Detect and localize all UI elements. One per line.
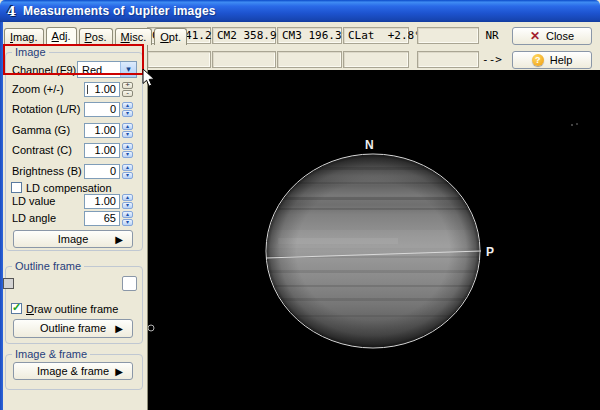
gamma-label: Gamma (G): [12, 124, 70, 136]
close-x-icon: ✕: [530, 30, 540, 42]
color-swatch[interactable]: [3, 278, 14, 289]
rotation-label: Rotation (L/R): [12, 103, 80, 115]
checkmark-icon: ✓: [12, 301, 21, 314]
contrast-stepper: ▴ ▾: [122, 143, 133, 158]
image-frame-button[interactable]: Image & frame ▶: [13, 362, 133, 380]
adjustments-panel: Image Channel (F9) Red ▾ Zoom (+/-) 1.00…: [3, 44, 148, 410]
spin-minus-icon[interactable]: -: [122, 90, 133, 97]
rotation-input[interactable]: 0: [84, 102, 120, 117]
spin-up-icon[interactable]: ▴: [122, 123, 133, 130]
draw-outline-frame-label: Draw outline frame: [26, 303, 118, 315]
ld-angle-label: LD angle: [12, 212, 56, 224]
spin-down-icon[interactable]: ▾: [122, 172, 133, 179]
extra-readout-2: [417, 51, 479, 68]
help-button-label: Help: [550, 54, 573, 66]
preceding-label: P: [486, 245, 494, 259]
zoom-label: Zoom (+/-): [12, 83, 64, 95]
spin-up-icon[interactable]: ▴: [122, 194, 133, 201]
app-icon: 4: [4, 4, 19, 19]
extra-readout: [417, 27, 479, 44]
zoom-stepper: + -: [122, 82, 133, 97]
tab-pos[interactable]: Pos.: [79, 28, 113, 45]
gamma-stepper: ▴ ▾: [122, 123, 133, 138]
brightness-stepper: ▴ ▾: [122, 164, 133, 179]
play-arrow-icon: ▶: [115, 233, 123, 246]
contrast-input[interactable]: 1.00: [84, 143, 120, 158]
mouse-cursor: [142, 68, 156, 88]
text-caret: [87, 85, 88, 94]
contrast-label: Contrast (C): [12, 144, 72, 156]
tab-misc[interactable]: Misc.: [115, 28, 153, 45]
image-frame-button-label: Image & frame: [37, 365, 109, 377]
zoom-input[interactable]: 1.00: [84, 82, 120, 97]
spin-up-icon[interactable]: ▴: [122, 143, 133, 150]
cm2-readout: CM2 358.9°: [212, 27, 276, 44]
brightness-input[interactable]: 0: [84, 164, 120, 179]
tab-strip: Imag. Adj. Pos. Misc. Opt.: [4, 28, 187, 45]
ld-angle-input[interactable]: 65: [84, 211, 120, 226]
clat-readout: CLat +2.8°: [343, 27, 409, 44]
outline-frame-button-label: Outline frame: [40, 322, 106, 334]
spin-up-icon[interactable]: ▴: [122, 102, 133, 109]
spin-down-icon[interactable]: ▾: [122, 151, 133, 158]
north-label: N: [365, 138, 374, 152]
spin-up-icon[interactable]: ▴: [122, 164, 133, 171]
ld-value-input[interactable]: 1.00: [84, 194, 120, 209]
ld-value-stepper: ▴ ▾: [122, 194, 133, 209]
draw-outline-frame-checkbox[interactable]: ✓: [11, 303, 22, 314]
ld-value-label: LD value: [12, 195, 55, 207]
tab-imag[interactable]: Imag.: [4, 28, 44, 45]
spin-down-icon[interactable]: ▾: [122, 219, 133, 226]
gamma-input[interactable]: 1.00: [84, 123, 120, 138]
rotation-stepper: ▴ ▾: [122, 102, 133, 117]
jupiter-image-canvas[interactable]: N P: [148, 70, 600, 410]
help-button[interactable]: ? Help: [512, 51, 592, 69]
ld-compensation-label: LD compensation: [26, 182, 112, 194]
help-question-icon: ?: [532, 54, 544, 66]
play-arrow-icon: ▶: [115, 322, 123, 335]
outline-frame-group-title: Outline frame: [12, 260, 84, 272]
spin-down-icon[interactable]: ▾: [122, 110, 133, 117]
color-swatch-selected[interactable]: [122, 276, 137, 291]
clat-readout-2: [343, 51, 409, 68]
ld-compensation-checkbox[interactable]: [11, 182, 22, 193]
window-title: Measurements of Jupiter images: [23, 4, 216, 18]
highlight-annotation: [3, 44, 144, 75]
cm3-readout: CM3 196.3°: [277, 27, 342, 44]
nr-label: NR: [476, 27, 508, 44]
title-bar[interactable]: 4 Measurements of Jupiter images: [0, 0, 600, 22]
play-arrow-icon: ▶: [115, 365, 123, 378]
spin-plus-icon[interactable]: +: [122, 82, 133, 89]
image-button[interactable]: Image ▶: [13, 230, 133, 248]
outline-frame-button[interactable]: Outline frame ▶: [13, 319, 133, 338]
image-frame-group-title: Image & frame: [12, 348, 90, 360]
spin-down-icon[interactable]: ▾: [122, 202, 133, 209]
cm2-readout-2: [212, 51, 276, 68]
close-button[interactable]: ✕ Close: [512, 27, 592, 45]
jupiter-image: N P: [148, 70, 600, 410]
image-button-label: Image: [58, 233, 89, 245]
brightness-label: Brightness (B): [12, 165, 82, 177]
tab-opt[interactable]: Opt.: [154, 28, 187, 45]
cm3-readout-2: [277, 51, 342, 68]
spin-down-icon[interactable]: ▾: [122, 131, 133, 138]
close-button-label: Close: [546, 30, 574, 42]
measurements-window: 4 Measurements of Jupiter images Imag. A…: [0, 0, 600, 410]
spin-up-icon[interactable]: ▴: [122, 211, 133, 218]
ld-angle-stepper: ▴ ▾: [122, 211, 133, 226]
arrow-label: -->: [476, 51, 508, 68]
cm1-readout-2: [147, 51, 211, 68]
